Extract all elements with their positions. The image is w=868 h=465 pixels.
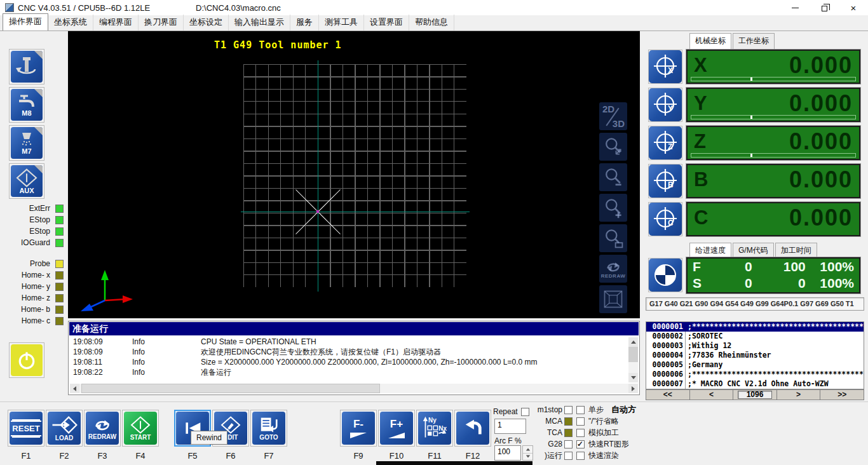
fkey-array: Ny Nx F11 xyxy=(416,410,453,461)
nav-next-button[interactable]: > xyxy=(777,389,821,400)
nav-first-button[interactable]: << xyxy=(646,389,690,400)
tca-indicator[interactable] xyxy=(564,429,573,437)
led-icon xyxy=(55,216,64,224)
tab-machining-time[interactable]: 加工时间 xyxy=(775,243,817,259)
back-button[interactable] xyxy=(456,412,489,445)
scroll-left-button[interactable] xyxy=(70,384,79,393)
redraw-button[interactable]: REDRAW xyxy=(86,412,119,445)
power-button[interactable] xyxy=(11,344,43,376)
indicator-label: IOGuard xyxy=(21,238,50,247)
dro-axis-value: 0.000 xyxy=(789,166,853,193)
nav-prev-button[interactable]: < xyxy=(690,389,734,400)
arcf-value-input[interactable]: 100 xyxy=(494,445,521,461)
menu-item-programming[interactable]: 编程界面 xyxy=(93,15,139,30)
program-list[interactable]: 0000001;********************************… xyxy=(646,321,864,389)
rewind-tooltip: Rewind xyxy=(191,431,227,445)
program-line[interactable]: 0000005;Germany xyxy=(646,360,864,370)
nav-last-button[interactable]: >> xyxy=(820,389,864,400)
dro-position-tick xyxy=(750,154,752,157)
view-2d3d-toggle-button[interactable]: 2D 3D xyxy=(599,102,627,130)
fkey-caption-f7: F7 xyxy=(250,451,287,461)
menu-item-settings[interactable]: 设置界面 xyxy=(364,15,409,30)
array-axes-icon: Ny Nx xyxy=(421,415,449,441)
spindle-programmed: 0 xyxy=(752,275,806,292)
restore-button[interactable] xyxy=(810,0,839,15)
mca-indicator[interactable] xyxy=(564,417,573,426)
program-line[interactable]: 0000002;SOROTEC xyxy=(646,332,864,341)
menu-item-help[interactable]: 帮助信息 xyxy=(409,15,454,30)
g28-checkbox[interactable] xyxy=(564,440,573,448)
fast-rt-graphics-checkbox[interactable] xyxy=(576,440,585,448)
log-hscrollbar[interactable] xyxy=(70,384,638,393)
start-button[interactable]: START xyxy=(124,412,157,445)
svg-text:Y: Y xyxy=(668,104,673,113)
program-line[interactable]: 0000003;Withig 12 xyxy=(646,341,864,351)
load-icon xyxy=(50,415,78,435)
redraw-overlay-button[interactable]: REDRAW xyxy=(599,255,627,283)
svg-text:B: B xyxy=(668,180,674,189)
run-checkbox[interactable] xyxy=(564,452,573,460)
array-nxny-button[interactable]: Ny Nx xyxy=(418,412,451,445)
program-line[interactable]: 0000004;77836 Rheinmünster xyxy=(646,351,864,360)
menu-item-coord-system[interactable]: 坐标系统 xyxy=(48,15,93,30)
menu-item-service[interactable]: 服务 xyxy=(290,15,319,30)
view-cube-button[interactable] xyxy=(599,285,627,313)
close-button[interactable]: × xyxy=(839,0,868,15)
zero-x-button[interactable]: X xyxy=(648,50,682,84)
program-line[interactable]: 0000001;********************************… xyxy=(646,322,864,332)
spindle-actual: 0 xyxy=(715,275,752,292)
zoom-extents-button[interactable] xyxy=(599,133,627,161)
tab-work-coords[interactable]: 工作坐标 xyxy=(733,33,775,49)
m1stop-checkbox[interactable] xyxy=(564,406,573,414)
fkey-reset: RESET F1 xyxy=(8,410,44,461)
simulate-checkbox[interactable] xyxy=(576,429,585,437)
led-icon xyxy=(55,306,64,314)
load-button[interactable]: LOAD xyxy=(48,412,81,445)
goto-button[interactable]: GOTO xyxy=(252,412,285,445)
program-line[interactable]: 0000007;* MACRO CNC V2.1d Ohne Auto-WZW xyxy=(646,379,864,389)
line-number: 0000003 xyxy=(646,341,686,351)
zero-y-button[interactable]: Y xyxy=(648,88,682,122)
scroll-right-button[interactable] xyxy=(628,384,638,393)
line-skip-checkbox[interactable] xyxy=(576,417,585,426)
coolant-m8-button[interactable]: M8 xyxy=(11,89,43,121)
zero-c-button[interactable]: C xyxy=(648,202,682,236)
hscroll-track[interactable] xyxy=(380,384,628,393)
zoom-in-button[interactable] xyxy=(599,194,627,222)
zoom-window-button[interactable] xyxy=(599,224,627,252)
tab-feed-speed[interactable]: 给进速度 xyxy=(689,243,731,259)
zero-b-button[interactable]: B xyxy=(648,164,682,198)
log-entry: 19:08:09Info欢迎使用EDINGCNC荷兰专业数控系统，请按复位键（F… xyxy=(69,347,628,357)
feed-minus-button[interactable]: F- xyxy=(342,412,375,445)
datum-button[interactable] xyxy=(648,258,682,292)
aux-button[interactable]: AUX xyxy=(11,165,43,197)
fast-render-checkbox[interactable] xyxy=(576,452,585,460)
feed-plus-button[interactable]: F+ xyxy=(380,412,413,445)
spindle-button[interactable] xyxy=(11,51,43,83)
menu-item-tool-change[interactable]: 换刀界面 xyxy=(139,15,184,30)
hscroll-thumb[interactable] xyxy=(81,384,380,393)
log-vscrollbar[interactable] xyxy=(628,337,638,382)
scroll-up-button[interactable] xyxy=(628,337,638,347)
mist-m7-button[interactable]: M7 xyxy=(11,127,43,159)
tab-machine-coords[interactable]: 机械坐标 xyxy=(689,33,731,49)
reset-button[interactable]: RESET xyxy=(10,412,43,445)
repeat-count-input[interactable]: 1 xyxy=(494,419,526,434)
menu-item-operate[interactable]: 操作界面 xyxy=(3,13,48,30)
program-nav: << < 1096 > >> xyxy=(646,389,864,400)
indicator-home-y: Home- y xyxy=(0,281,64,292)
scroll-down-button[interactable] xyxy=(628,373,638,382)
crosshair-x-icon: X xyxy=(651,53,679,81)
menu-item-measure-tools[interactable]: 测算工具 xyxy=(319,15,364,30)
vscroll-thumb[interactable] xyxy=(628,347,638,362)
menu-item-io-display[interactable]: 输入输出显示 xyxy=(229,15,290,30)
graphics-viewport[interactable]: T1 G49 Tool number 1 2D 3D xyxy=(68,31,640,318)
label-3d: 3D xyxy=(613,118,625,129)
tab-gm-codes[interactable]: G/M代码 xyxy=(733,243,774,259)
program-line[interactable]: 0000006;********************************… xyxy=(646,370,864,379)
menu-item-coord-setting[interactable]: 坐标设定 xyxy=(184,15,229,30)
zero-z-button[interactable]: Z xyxy=(648,126,682,160)
zoom-out-button[interactable] xyxy=(599,163,627,191)
single-step-checkbox[interactable] xyxy=(576,406,585,414)
minimize-button[interactable] xyxy=(780,0,810,15)
